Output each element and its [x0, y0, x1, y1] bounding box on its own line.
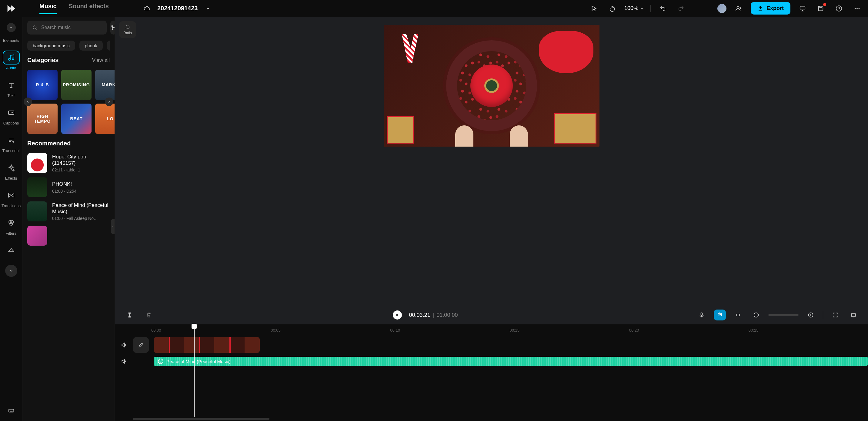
- play-icon: [395, 313, 399, 317]
- sidenav-elements[interactable]: Elements: [2, 36, 20, 44]
- track-audio-toggle[interactable]: [119, 356, 129, 367]
- present-icon[interactable]: [797, 2, 809, 14]
- search-input[interactable]: [41, 25, 102, 30]
- track-title: Hope. City pop. (1145157): [52, 154, 110, 167]
- export-button[interactable]: Export: [751, 2, 790, 14]
- time-display: 00:03:21|01:00:00: [409, 312, 458, 318]
- chip-background-music[interactable]: background music: [27, 41, 75, 51]
- fit-screen-icon[interactable]: [829, 309, 841, 321]
- sidenav-captions[interactable]: Captions: [2, 104, 20, 127]
- sidenav-text[interactable]: Text: [2, 76, 20, 100]
- user-avatar[interactable]: [717, 4, 726, 13]
- category-tile-hightempo[interactable]: HIGH TEMPO: [27, 104, 58, 134]
- brand-icon: [7, 247, 15, 254]
- recommended-item[interactable]: Peace of Mind (Peaceful Music) 01:00 · F…: [27, 201, 110, 221]
- categories-heading: Categories: [27, 57, 59, 64]
- split-view-icon[interactable]: [732, 309, 744, 321]
- ai-tool-active[interactable]: [714, 310, 726, 320]
- timeline-scrollbar[interactable]: [115, 417, 868, 421]
- divider: [823, 311, 823, 319]
- audio-clip[interactable]: ♪ Peace of Mind (Peaceful Music): [154, 357, 868, 366]
- cursor-tool-icon[interactable]: [588, 2, 600, 14]
- speaker-icon: [121, 342, 127, 348]
- help-icon[interactable]: [833, 2, 845, 14]
- track-thumbnail: [27, 201, 47, 221]
- category-tile-marketing[interactable]: MARKE: [95, 70, 115, 100]
- hand-tool-icon[interactable]: [606, 2, 618, 14]
- sidenav-collapse[interactable]: [7, 23, 16, 32]
- preview-decor: [539, 31, 593, 73]
- search-music-box[interactable]: [27, 21, 107, 35]
- zoom-out-icon[interactable]: [750, 309, 762, 321]
- timeline-ruler[interactable]: 00:00 00:05 00:10 00:15 00:20 00:25: [115, 324, 868, 336]
- notifications-icon[interactable]: [815, 2, 827, 14]
- redo-icon[interactable]: [675, 2, 687, 14]
- cloud-sync-icon[interactable]: [141, 2, 153, 14]
- microphone-icon[interactable]: [695, 309, 708, 321]
- category-tile-promising[interactable]: PROMISING: [61, 70, 92, 100]
- chip-happy[interactable]: Happ: [107, 41, 110, 51]
- tab-sound-effects[interactable]: Sound effects: [69, 3, 109, 14]
- video-clip[interactable]: [154, 337, 260, 353]
- playhead[interactable]: [194, 324, 194, 417]
- sidenav-label: Transcript: [2, 149, 20, 153]
- track-audio-toggle[interactable]: [119, 339, 129, 350]
- fullscreen-icon[interactable]: [847, 309, 860, 321]
- project-dropdown-icon[interactable]: [202, 2, 214, 14]
- category-tile-lofi[interactable]: LO: [95, 104, 115, 134]
- recommended-item[interactable]: PHONK! 01:00 · D254: [27, 177, 110, 197]
- sliders-icon: [110, 25, 115, 31]
- zoom-slider[interactable]: [768, 314, 799, 316]
- ruler-mark: 00:15: [510, 324, 629, 336]
- svg-rect-18: [126, 26, 129, 29]
- panel-collapse-handle[interactable]: [111, 219, 115, 234]
- category-tile-beat[interactable]: BEAT: [61, 104, 92, 134]
- recommended-item[interactable]: Hope. City pop. (1145157) 02:11 · table_…: [27, 153, 110, 173]
- play-button[interactable]: [393, 311, 402, 320]
- zoom-in-icon[interactable]: [805, 309, 817, 321]
- category-next[interactable]: [105, 98, 113, 106]
- ratio-tool[interactable]: Ratio: [119, 21, 136, 38]
- category-prev[interactable]: [24, 98, 32, 106]
- more-menu-icon[interactable]: [851, 2, 863, 14]
- recommended-item[interactable]: [27, 226, 110, 246]
- scrollbar-thumb[interactable]: [133, 418, 270, 420]
- app-logo[interactable]: [5, 2, 17, 14]
- sidenav-effects[interactable]: Effects: [2, 159, 20, 182]
- sidenav-transitions[interactable]: Transitions: [2, 187, 20, 210]
- view-all-link[interactable]: View all: [92, 57, 110, 63]
- video-preview[interactable]: [384, 25, 599, 147]
- ruler-mark: 00:25: [749, 324, 868, 336]
- sidenav-brand[interactable]: [2, 242, 20, 259]
- sidenav-transcript[interactable]: Transcript: [2, 131, 20, 155]
- chevron-right-icon: [107, 100, 111, 104]
- music-note-icon: [7, 54, 15, 61]
- category-tile-rnb[interactable]: R & B: [27, 70, 58, 100]
- divider: [650, 5, 651, 12]
- svg-point-0: [737, 6, 739, 8]
- chevron-down-icon: [640, 6, 644, 10]
- tab-music[interactable]: Music: [39, 3, 57, 14]
- svg-rect-2: [818, 6, 823, 10]
- svg-point-4: [855, 8, 856, 9]
- add-user-icon[interactable]: [733, 2, 745, 14]
- delete-icon[interactable]: [143, 309, 155, 321]
- svg-rect-19: [701, 313, 703, 316]
- zoom-level[interactable]: 100%: [624, 5, 644, 11]
- robot-icon: [717, 311, 723, 317]
- sidenav-filters[interactable]: Filters: [2, 214, 20, 237]
- audio-clip-label: Peace of Mind (Peaceful Music): [166, 359, 230, 364]
- chip-phonk[interactable]: phonk: [80, 41, 103, 51]
- filter-button[interactable]: [110, 21, 115, 35]
- sidenav-more[interactable]: [5, 265, 17, 277]
- captions-icon: [7, 109, 15, 116]
- undo-icon[interactable]: [657, 2, 669, 14]
- sidenav-audio[interactable]: Audio: [2, 49, 20, 72]
- split-tool-icon[interactable]: [123, 309, 135, 321]
- svg-rect-13: [8, 409, 13, 412]
- search-icon: [32, 25, 38, 30]
- project-name[interactable]: 202412091423: [157, 5, 197, 12]
- keyboard-icon[interactable]: [5, 404, 17, 417]
- speaker-icon: [121, 358, 127, 364]
- track-edit-button[interactable]: [133, 337, 149, 353]
